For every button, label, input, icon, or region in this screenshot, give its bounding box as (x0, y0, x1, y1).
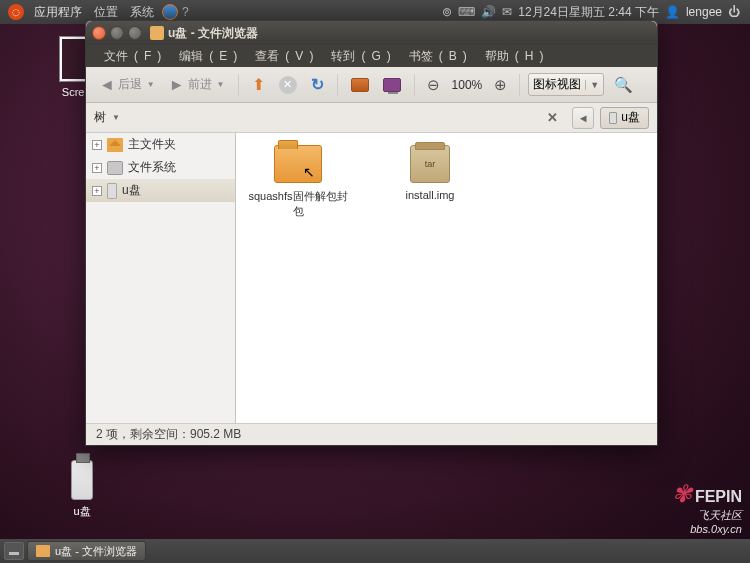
window-minimize-button[interactable] (110, 26, 124, 40)
reload-icon: ↻ (311, 75, 324, 94)
file-label: install.img (380, 189, 480, 201)
menu-help[interactable]: 帮助(H) (473, 48, 550, 65)
window-close-button[interactable] (92, 26, 106, 40)
chevron-down-icon: ▼ (217, 80, 225, 89)
menu-go[interactable]: 转到(G) (319, 48, 396, 65)
search-button[interactable]: 🔍 (614, 76, 633, 94)
path-back-button[interactable]: ◄ (572, 107, 594, 129)
window-title: u盘 - 文件浏览器 (168, 25, 258, 42)
computer-icon (383, 78, 401, 92)
statusbar: 2 项，剩余空间：905.2 MB (86, 423, 657, 445)
clock[interactable]: 12月24日星期五 2:44 下午 (518, 4, 659, 21)
back-button[interactable]: ◄ 后退 ▼ (94, 73, 160, 97)
titlebar[interactable]: u盘 - 文件浏览器 (86, 21, 657, 45)
volume-icon[interactable]: 🔊 (481, 5, 496, 19)
taskbar-item[interactable]: u盘 - 文件浏览器 (27, 541, 146, 561)
menu-file[interactable]: 文件(F) (92, 48, 167, 65)
system-tray: ⊚ ⌨ 🔊 ✉ 12月24日星期五 2:44 下午 👤 lengee ⏻ (436, 4, 746, 21)
cursor-icon: ↖ (303, 164, 315, 180)
stop-icon: ✕ (279, 76, 297, 94)
file-item-folder[interactable]: ↖ squashfs固件解包封包 (248, 145, 348, 219)
file-browser-window: u盘 - 文件浏览器 文件(F) 编辑(E) 查看(V) 转到(G) 书签(B)… (85, 20, 658, 446)
stop-button[interactable]: ✕ (274, 73, 302, 97)
chevron-down-icon: ▼ (147, 80, 155, 89)
bottom-panel: ▬ u盘 - 文件浏览器 (0, 539, 750, 563)
status-text: 2 项，剩余空间：905.2 MB (96, 426, 241, 443)
tree-item-filesystem[interactable]: + 文件系统 (86, 156, 235, 179)
tree-item-usb[interactable]: + u盘 (86, 179, 235, 202)
sidebar-close-button[interactable]: ✕ (547, 110, 558, 125)
network-icon[interactable]: ⊚ (442, 5, 452, 19)
chevron-down-icon[interactable]: ▼ (112, 113, 120, 122)
zoom-level: 100% (448, 78, 487, 92)
arrow-left-icon: ◄ (99, 76, 115, 94)
toolbar: ◄ 后退 ▼ ► 前进 ▼ ⬆ ✕ ↻ ⊖ 100% ⊕ 图标视图 ▼ 🔍 (86, 67, 657, 103)
expander-icon[interactable]: + (92, 140, 102, 150)
usb-icon (609, 112, 617, 124)
archive-icon: tar (410, 145, 450, 183)
location-bar: 树 ▼ ✕ ◄ u盘 (86, 103, 657, 133)
usb-drive-icon (71, 460, 93, 500)
mail-icon[interactable]: ✉ (502, 5, 512, 19)
computer-button[interactable] (378, 75, 406, 95)
firefox-icon[interactable] (162, 4, 178, 20)
menu-bookmarks[interactable]: 书签(B) (397, 48, 473, 65)
home-button[interactable] (346, 75, 374, 95)
view-mode-select[interactable]: 图标视图 ▼ (528, 73, 604, 96)
expander-icon[interactable]: + (92, 186, 102, 196)
chevron-down-icon: ▼ (585, 80, 599, 90)
window-maximize-button[interactable] (128, 26, 142, 40)
expander-icon[interactable]: + (92, 163, 102, 173)
keyboard-icon[interactable]: ⌨ (458, 5, 475, 19)
folder-icon (150, 26, 164, 40)
folder-icon: ↖ (274, 145, 322, 183)
folder-icon (36, 545, 50, 557)
menu-edit[interactable]: 编辑(E) (167, 48, 243, 65)
tree-item-home[interactable]: + 主文件夹 (86, 133, 235, 156)
file-view[interactable]: ↖ squashfs固件解包封包 tar install.img (236, 133, 657, 423)
drive-icon (107, 161, 123, 175)
usb-icon (107, 183, 117, 199)
username-label[interactable]: lengee (686, 5, 722, 19)
user-icon[interactable]: 👤 (665, 5, 680, 19)
up-button[interactable]: ⬆ (247, 72, 270, 97)
sidebar-tree: + 主文件夹 + 文件系统 + u盘 (86, 133, 236, 423)
reload-button[interactable]: ↻ (306, 72, 329, 97)
ubuntu-logo-icon[interactable]: ◌ (8, 4, 24, 20)
home-folder-icon (107, 138, 123, 152)
power-icon[interactable]: ⏻ (728, 5, 740, 19)
menu-view[interactable]: 查看(V) (243, 48, 319, 65)
desktop-icon-label: u盘 (50, 504, 114, 519)
sidebar-mode-label[interactable]: 树 (94, 109, 106, 126)
zoom-in-button[interactable]: ⊕ (490, 76, 511, 94)
desktop-usb-icon[interactable]: u盘 (50, 460, 114, 519)
zoom-out-button[interactable]: ⊖ (423, 76, 444, 94)
menu-places[interactable]: 位置 (88, 4, 124, 21)
show-desktop-button[interactable]: ▬ (4, 542, 24, 560)
forward-button[interactable]: ► 前进 ▼ (164, 73, 230, 97)
file-label: squashfs固件解包封包 (248, 189, 348, 219)
help-icon[interactable]: ? (182, 5, 196, 19)
arrow-right-icon: ► (169, 76, 185, 94)
path-segment-current[interactable]: u盘 (600, 107, 649, 129)
watermark: ✾ FEPIN 飞天社区 bbs.0xy.cn (672, 480, 742, 535)
flower-icon: ✾ (672, 480, 692, 507)
menu-applications[interactable]: 应用程序 (28, 4, 88, 21)
menu-system[interactable]: 系统 (124, 4, 160, 21)
home-folder-icon (351, 78, 369, 92)
menubar: 文件(F) 编辑(E) 查看(V) 转到(G) 书签(B) 帮助(H) (86, 45, 657, 67)
up-arrow-icon: ⬆ (252, 75, 265, 94)
file-item-archive[interactable]: tar install.img (380, 145, 480, 201)
